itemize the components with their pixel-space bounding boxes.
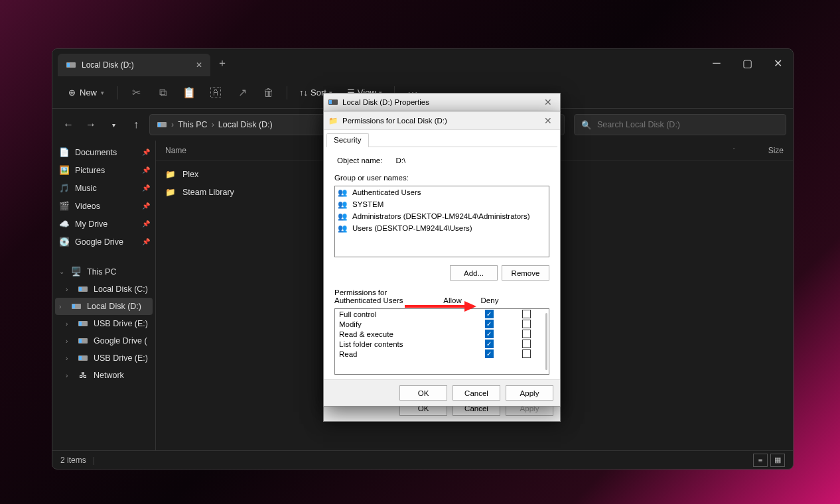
object-name-value: D:\ [395,157,405,164]
chevron-right-icon[interactable]: › [66,372,72,379]
allow-checkbox-full-control[interactable]: ✓ [485,310,494,318]
explorer-tab[interactable]: Local Disk (D:) ✕ [58,54,210,76]
disk-icon [78,321,88,326]
breadcrumb-drive[interactable]: Local Disk (D:) [218,120,273,129]
sidebar: 📄Documents📌 🖼️Pictures📌 🎵Music📌 🎬Videos📌… [52,141,156,450]
properties-title-bar[interactable]: Local Disk (D:) Properties ✕ [324,94,560,111]
disk-icon [78,338,88,344]
permission-row: List folder contents ✓ [335,339,549,349]
chevron-down-icon[interactable]: ⌄ [59,268,66,275]
permissions-title: Permissions for Local Disk (D:) [342,117,447,125]
search-box[interactable]: 🔍 [574,114,786,135]
folder-icon: 📁 [328,116,338,125]
group-item[interactable]: 👥Administrators (DESKTOP-LM924L4\Adminis… [335,210,549,222]
sidebar-item-local-d[interactable]: ›Local Disk (D:) [55,298,153,315]
ok-button[interactable]: OK [399,385,447,401]
apply-button[interactable]: Apply [506,385,553,401]
group-user-list[interactable]: 👥Authenticated Users 👥SYSTEM 👥Administra… [334,186,549,257]
sidebar-item-googledrive[interactable]: 💽Google Drive📌 [52,233,155,251]
status-bar: 2 items | ≡ ▦ [52,450,793,469]
forward-button[interactable]: → [82,115,100,134]
minimize-button[interactable]: ─ [701,51,732,75]
pc-icon: 🖥️ [71,267,82,277]
recent-button[interactable]: ▾ [104,115,123,134]
chevron-right-icon[interactable]: › [66,355,72,362]
chevron-right-icon[interactable]: › [59,303,66,310]
pin-icon: 📌 [142,238,150,245]
close-window-button[interactable]: ✕ [762,51,793,75]
sidebar-item-usb-e2[interactable]: ›USB Drive (E:) [52,349,155,367]
group-item[interactable]: 👥Users (DESKTOP-LM924L4\Users) [335,222,549,234]
close-icon[interactable]: ✕ [540,97,556,107]
add-button[interactable]: Add... [450,265,498,281]
search-input[interactable] [597,120,779,129]
users-icon: 👥 [338,223,348,233]
up-button[interactable]: ↑ [127,115,145,134]
sidebar-item-documents[interactable]: 📄Documents📌 [52,143,155,161]
rename-button[interactable]: 🇦 [204,82,227,103]
sort-asc-icon: ˄ [733,147,736,154]
allow-column-header: Allow [434,296,471,304]
permissions-for-label: Permissions for Authenticated Users [334,288,434,304]
group-item[interactable]: 👥SYSTEM [335,198,549,210]
deny-checkbox-list-folder[interactable] [522,340,531,348]
allow-checkbox-read[interactable]: ✓ [485,349,494,358]
disk-icon [78,286,88,292]
sidebar-item-thispc[interactable]: ⌄🖥️This PC [52,263,155,281]
sidebar-item-network[interactable]: ›🖧Network [52,367,155,384]
paste-button[interactable]: 📋 [178,82,200,103]
allow-checkbox-modify[interactable]: ✓ [485,320,494,328]
disk-icon [328,99,338,105]
plus-circle-icon: ⊕ [68,88,76,97]
cancel-button[interactable]: Cancel [453,385,500,401]
deny-checkbox-read[interactable] [522,349,531,358]
pin-icon: 📌 [142,202,150,210]
maximize-button[interactable]: ▢ [732,51,762,75]
group-item[interactable]: 👥Authenticated Users [335,186,549,198]
chevron-right-icon[interactable]: › [66,338,72,345]
chevron-right-icon[interactable]: › [66,320,72,328]
details-view-button[interactable]: ≡ [753,454,768,467]
sidebar-item-pictures[interactable]: 🖼️Pictures📌 [52,161,155,179]
deny-checkbox-read-execute[interactable] [522,330,531,338]
new-button[interactable]: ⊕ New ▾ [62,84,111,101]
remove-button[interactable]: Remove [502,265,549,281]
window-controls: ─ ▢ ✕ [701,51,793,75]
column-size[interactable]: Size [744,146,784,155]
chevron-right-icon[interactable]: › [66,286,72,293]
sidebar-item-local-c[interactable]: ›Local Disk (C:) [52,281,155,298]
close-tab-icon[interactable]: ✕ [196,60,202,70]
breadcrumb-thispc[interactable]: This PC [178,120,207,129]
object-name-row: Object name: D:\ [334,154,549,170]
permissions-list[interactable]: Full control ✓ Modify ✓ Read & execute ✓… [334,308,549,375]
deny-checkbox-modify[interactable] [522,320,531,328]
sidebar-item-mydrive[interactable]: ☁️My Drive📌 [52,215,155,233]
cut-button[interactable]: ✂ [125,82,147,103]
pin-icon: 📌 [142,184,150,192]
share-button[interactable]: ↗ [231,82,253,103]
close-icon[interactable]: ✕ [540,115,556,126]
pictures-icon: 🖼️ [59,165,70,175]
permissions-title-bar[interactable]: 📁 Permissions for Local Disk (D:) ✕ [324,111,560,130]
sidebar-item-music[interactable]: 🎵Music📌 [52,179,155,197]
new-tab-button[interactable]: ＋ [217,56,228,70]
copy-button[interactable]: ⧉ [151,82,174,103]
allow-checkbox-read-execute[interactable]: ✓ [485,330,494,338]
deny-checkbox-full-control[interactable] [522,310,531,318]
tab-security[interactable]: Security [326,133,369,147]
chevron-down-icon: ▾ [101,90,104,96]
tab-title: Local Disk (D:) [82,60,134,70]
sidebar-item-videos[interactable]: 🎬Videos📌 [52,197,155,215]
back-button[interactable]: ← [59,115,78,134]
object-name-label: Object name: [337,157,382,164]
music-icon: 🎵 [59,183,70,193]
permission-row: Read ✓ [335,349,549,359]
videos-icon: 🎬 [59,201,70,211]
sidebar-item-google-drive[interactable]: ›Google Drive ( [52,332,155,349]
delete-button[interactable]: 🗑 [257,82,280,103]
sidebar-item-usb-e[interactable]: ›USB Drive (E:) [52,315,155,332]
tiles-view-button[interactable]: ▦ [770,454,785,467]
disk-icon [157,122,167,127]
permissions-dialog: 📁 Permissions for Local Disk (D:) ✕ Secu… [323,111,561,407]
allow-checkbox-list-folder[interactable]: ✓ [485,340,494,348]
